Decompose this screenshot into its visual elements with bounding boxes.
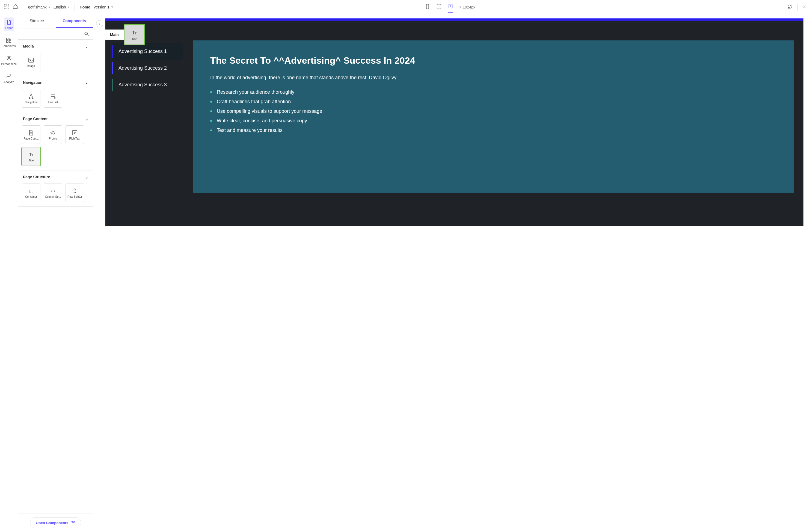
crumb-main[interactable]: Main — [105, 30, 124, 40]
site-dropdown[interactable]: getfishtank∨ — [28, 5, 50, 9]
component-linklist[interactable]: Link List — [44, 89, 62, 108]
rowsplit-icon — [71, 188, 78, 194]
component-richtext[interactable]: Rich Text — [66, 125, 84, 144]
card-bullets: Research your audience thoroughlyCraft h… — [210, 88, 776, 134]
tab-item-0[interactable]: Advertising Success 1 — [112, 43, 183, 60]
left-rail: Editor Templates Personalize Analyze — [0, 14, 18, 532]
page-dropdown[interactable]: Home — [80, 5, 91, 9]
rail-templates[interactable]: Templates — [1, 35, 17, 49]
component-navigation[interactable]: Navigation — [22, 89, 40, 108]
chevron-up-icon: ⌃ — [85, 44, 88, 48]
device-tablet[interactable] — [436, 4, 442, 10]
component-image[interactable]: Image — [22, 53, 40, 71]
richtext-icon — [71, 129, 78, 136]
panel-search[interactable] — [18, 28, 93, 39]
tab-item-2[interactable]: Advertising Success 3 — [112, 77, 183, 93]
page-frame: Main Title Advertising Success 1Advertis… — [106, 18, 804, 226]
components-panel: Site tree Components Media⌃ImageNavigati… — [18, 14, 93, 532]
bullet-0: Research your audience thoroughly — [210, 88, 776, 96]
topbar: getfishtank∨ English∨ Home Version 1∨ ∨1… — [0, 0, 810, 14]
device-desktop[interactable] — [448, 4, 453, 13]
linklist-icon — [50, 93, 56, 100]
card-title: The Secret To ^^Advertising^ Success In … — [210, 55, 776, 66]
component-promo[interactable]: Promo — [44, 125, 62, 144]
chevron-up-icon: ⌃ — [85, 117, 88, 121]
component-title[interactable]: Title — [22, 147, 40, 166]
tab-list: Advertising Success 1Advertising Success… — [112, 43, 183, 193]
component-columnsp[interactable]: Column Sp... — [44, 183, 62, 202]
bullet-1: Craft headlines that grab attention — [210, 98, 776, 106]
category-media[interactable]: Media⌃ — [18, 39, 93, 53]
refresh-icon[interactable] — [787, 4, 793, 10]
category-page-structure[interactable]: Page Structure⌃ — [18, 171, 93, 183]
home-icon[interactable] — [13, 4, 18, 10]
tab-site-tree[interactable]: Site tree — [18, 14, 56, 28]
promo-icon — [50, 129, 56, 136]
open-components-button[interactable]: Open Components — [30, 517, 81, 528]
tab-components[interactable]: Components — [56, 14, 93, 28]
drag-ghost-title: Title — [124, 24, 145, 45]
placeholder-breadcrumb: Main Title — [105, 24, 145, 45]
rail-editor[interactable]: Editor — [4, 17, 14, 31]
chevron-up-icon: ⌃ — [85, 80, 88, 85]
collapse-panel-button[interactable]: ‹ — [96, 20, 103, 27]
drop-placeholder-bar — [106, 18, 804, 21]
feaas-icon — [70, 520, 75, 525]
title-icon — [28, 151, 34, 158]
bullet-2: Use compelling visuals to support your m… — [210, 108, 776, 115]
version-dropdown[interactable]: Version 1∨ — [94, 5, 113, 9]
title-icon — [130, 29, 138, 36]
colsplit-icon — [50, 188, 56, 194]
component-container[interactable]: Container — [22, 183, 40, 202]
container-icon — [28, 188, 34, 194]
apps-icon[interactable] — [4, 4, 9, 10]
doc-icon — [28, 129, 34, 136]
card-intro: In the world of advertising, there is on… — [210, 74, 776, 81]
category-page-content[interactable]: Page Content⌃ — [18, 112, 93, 125]
category-navigation[interactable]: Navigation⌃ — [18, 76, 93, 89]
component-rowsplit[interactable]: Row Splitter — [66, 183, 84, 202]
rail-personalize[interactable]: Personalize — [0, 53, 18, 67]
bullet-4: Test and measure your results — [210, 127, 776, 134]
content-card: The Secret To ^^Advertising^ Success In … — [193, 41, 794, 193]
search-icon — [84, 31, 89, 37]
tab-item-1[interactable]: Advertising Success 2 — [112, 60, 183, 77]
component-pagecontent[interactable]: Page Cont... — [22, 125, 40, 144]
chevron-up-icon: ⌃ — [85, 175, 88, 179]
language-dropdown[interactable]: English∨ — [53, 5, 70, 9]
image-icon — [28, 57, 34, 63]
device-phone[interactable] — [425, 4, 430, 10]
nav-icon — [28, 93, 34, 100]
bullet-3: Write clear, concise, and persuasive cop… — [210, 117, 776, 125]
close-icon[interactable]: ✕ — [803, 4, 806, 10]
canvas-width-dropdown[interactable]: ∨1024px — [459, 5, 475, 9]
canvas: ‹ Main Title Advertising Success 1Advert… — [93, 14, 810, 532]
rail-analyze[interactable]: Analyze — [2, 71, 15, 85]
